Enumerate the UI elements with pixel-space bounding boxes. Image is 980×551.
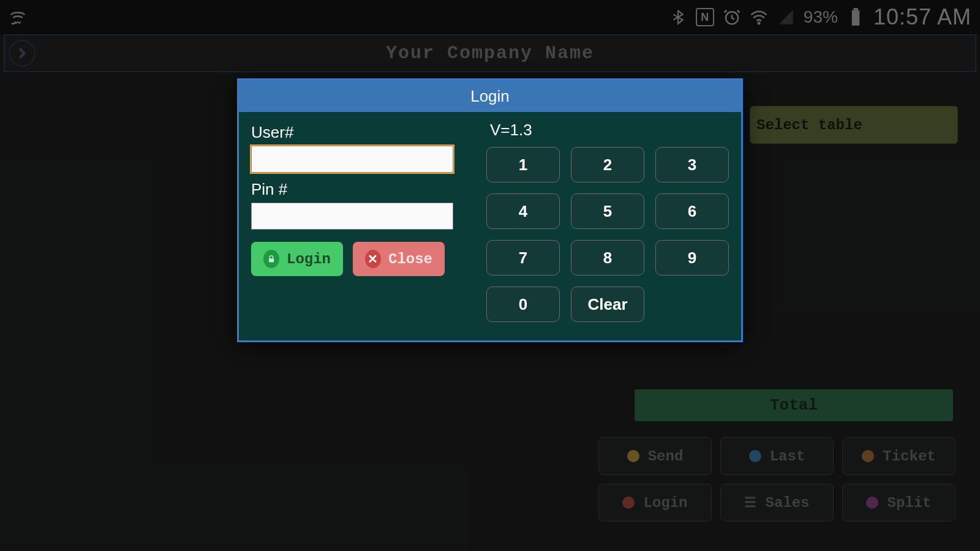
ticket-button[interactable]: Ticket <box>842 437 956 475</box>
key-0[interactable]: 0 <box>486 287 560 322</box>
key-5[interactable]: 5 <box>571 193 644 229</box>
select-table-label: Select table <box>756 117 862 133</box>
key-4[interactable]: 4 <box>486 193 560 229</box>
login-modal: Login User# Pin # Login ✕ Close V=1 <box>237 78 743 342</box>
clock: 10:57 AM <box>873 4 971 30</box>
wifi-icon <box>750 8 768 26</box>
svg-rect-3 <box>853 8 858 10</box>
app-bar: Your Company Name <box>4 34 976 72</box>
function-button-grid: Send Last Ticket Login ☰Sales Split <box>598 437 956 522</box>
select-table-button[interactable]: Select table <box>750 106 958 144</box>
key-3[interactable]: 3 <box>655 147 729 182</box>
signal-icon <box>777 8 795 26</box>
menu-icon: ☰ <box>744 495 756 511</box>
numeric-keypad: 1 2 3 4 5 6 7 8 9 0 Clear <box>486 147 729 322</box>
key-6[interactable]: 6 <box>655 193 729 229</box>
key-8[interactable]: 8 <box>571 240 644 276</box>
total-button[interactable]: Total <box>635 389 953 421</box>
split-button[interactable]: Split <box>842 484 956 522</box>
svg-point-1 <box>758 23 760 24</box>
bluetooth-icon <box>669 8 687 26</box>
login-submit-button[interactable]: Login <box>251 242 343 276</box>
status-bar: N 93% 10:57 AM <box>0 0 980 34</box>
user-input[interactable] <box>251 146 453 173</box>
alarm-icon <box>723 8 741 26</box>
send-button[interactable]: Send <box>598 437 712 475</box>
svg-rect-4 <box>269 258 274 262</box>
close-icon: ✕ <box>365 250 381 268</box>
key-7[interactable]: 7 <box>486 240 560 276</box>
key-1[interactable]: 1 <box>486 147 560 182</box>
pin-input[interactable] <box>251 203 453 230</box>
close-button-label: Close <box>388 251 432 268</box>
app-title: Your Company Name <box>5 43 975 64</box>
wifi-calling-icon <box>9 8 27 26</box>
last-button[interactable]: Last <box>720 437 834 475</box>
version-label: V=1.3 <box>490 121 729 140</box>
key-9[interactable]: 9 <box>655 240 729 276</box>
user-label: User# <box>251 123 462 142</box>
battery-icon <box>846 8 865 26</box>
key-2[interactable]: 2 <box>571 147 644 182</box>
svg-rect-2 <box>852 10 860 26</box>
close-button[interactable]: ✕ Close <box>353 242 445 276</box>
nfc-icon: N <box>696 8 714 26</box>
keypad-area: V=1.3 1 2 3 4 5 6 7 8 9 0 Clear <box>486 121 729 322</box>
login-button-label: Login <box>287 251 331 268</box>
modal-title: Login <box>239 80 741 112</box>
pin-label: Pin # <box>251 180 462 199</box>
key-clear[interactable]: Clear <box>571 287 644 322</box>
sales-button[interactable]: ☰Sales <box>720 484 834 522</box>
lock-icon <box>263 250 279 268</box>
total-label: Total <box>770 396 818 414</box>
login-button[interactable]: Login <box>598 484 712 522</box>
login-form: User# Pin # Login ✕ Close <box>251 121 462 322</box>
battery-percent: 93% <box>804 7 838 27</box>
